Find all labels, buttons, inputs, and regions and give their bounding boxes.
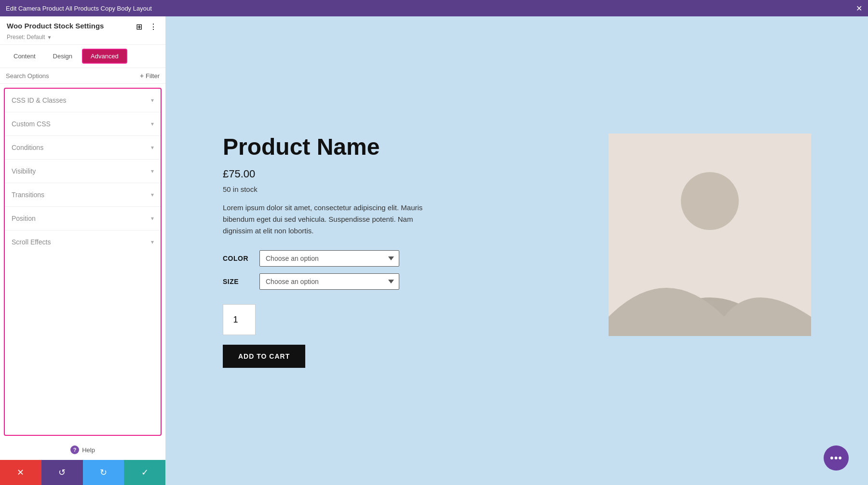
accordion-item-visibility[interactable]: Visibility ▾ (5, 160, 161, 183)
filter-button[interactable]: + Filter (140, 72, 160, 80)
color-select[interactable]: Choose an option (259, 250, 399, 267)
chevron-down-icon-scroll-effects: ▾ (151, 239, 154, 245)
chevron-down-icon-css: ▾ (151, 97, 154, 104)
panel-header-top: Woo Product Stock Settings ⊞ ⋮ (7, 21, 159, 32)
close-icon[interactable]: ✕ (856, 4, 862, 13)
tabs: Content Design Advanced (0, 45, 165, 68)
undo-button[interactable]: ↺ (41, 460, 83, 485)
settings-icon[interactable]: ⋮ (148, 21, 159, 32)
search-input[interactable] (6, 72, 137, 80)
panel-title: Woo Product Stock Settings (7, 22, 104, 30)
help-label: Help (82, 446, 95, 454)
add-to-cart-button[interactable]: ADD TO CART (223, 345, 305, 368)
accordion-label-css-id-classes: CSS ID & Classes (12, 96, 67, 104)
size-option: SIZE Choose an option (223, 273, 580, 290)
accordion-item-custom-css[interactable]: Custom CSS ▾ (5, 112, 161, 136)
size-select[interactable]: Choose an option (259, 273, 399, 290)
top-bar: Edit Camera Product All Products Copy Bo… (0, 0, 868, 16)
accordion-label-custom-css: Custom CSS (12, 120, 51, 128)
add-to-cart-wrapper: ADD TO CART (223, 335, 580, 368)
tab-content[interactable]: Content (6, 49, 43, 64)
product-stock: 50 in stock (223, 185, 580, 193)
accordion-label-transitions: Transitions (12, 191, 44, 199)
panel-preset[interactable]: Preset: Default ▼ (7, 34, 159, 40)
size-label: SIZE (223, 278, 252, 285)
product-price: £75.00 (223, 168, 580, 180)
accordion-item-conditions[interactable]: Conditions ▾ (5, 136, 161, 160)
help-section[interactable]: ? Help (0, 440, 165, 460)
bottom-bar: ✕ ↺ ↻ ✓ (0, 460, 165, 485)
product-image (609, 134, 811, 336)
right-content: Product Name £75.00 50 in stock Lorem ip… (166, 16, 868, 485)
accordion-label-scroll-effects: Scroll Effects (12, 238, 51, 246)
left-panel: Woo Product Stock Settings ⊞ ⋮ Preset: D… (0, 16, 166, 485)
quantity-input[interactable] (223, 304, 256, 335)
chevron-down-icon-position: ▾ (151, 215, 154, 222)
product-description: Lorem ipsum dolor sit amet, consectetur … (223, 202, 425, 237)
panel-header: Woo Product Stock Settings ⊞ ⋮ Preset: D… (0, 16, 165, 45)
filter-label: Filter (146, 72, 160, 80)
accordion-item-transitions[interactable]: Transitions ▾ (5, 183, 161, 207)
search-bar: + Filter (0, 68, 165, 84)
color-option: COLOR Choose an option (223, 250, 580, 267)
accordion-item-scroll-effects[interactable]: Scroll Effects ▾ (5, 230, 161, 254)
filter-plus-icon: + (140, 72, 144, 80)
chevron-down-icon-conditions: ▾ (151, 144, 154, 151)
product-name: Product Name (223, 134, 580, 160)
accordion-item-css-id-classes[interactable]: CSS ID & Classes ▾ (5, 89, 161, 112)
save-button[interactable]: ✓ (124, 460, 165, 485)
accordion-label-conditions: Conditions (12, 144, 43, 151)
panel-header-icons: ⊞ ⋮ (134, 21, 159, 32)
close-button[interactable]: ✕ (0, 460, 41, 485)
svg-point-1 (681, 172, 739, 230)
accordion-item-position[interactable]: Position ▾ (5, 207, 161, 230)
accordion-label-visibility: Visibility (12, 167, 36, 175)
accordion-label-position: Position (12, 215, 36, 222)
accordion-list: CSS ID & Classes ▾ Custom CSS ▾ Conditio… (4, 88, 162, 436)
preset-label: Preset: Default (7, 34, 45, 40)
preset-arrow: ▼ (47, 35, 52, 40)
tab-advanced[interactable]: Advanced (82, 49, 127, 64)
chevron-down-icon-custom-css: ▾ (151, 121, 154, 127)
fab-button[interactable]: ••• (824, 445, 849, 471)
chevron-down-icon-visibility: ▾ (151, 168, 154, 175)
responsive-icon[interactable]: ⊞ (134, 21, 144, 32)
redo-button[interactable]: ↻ (83, 460, 124, 485)
product-card: Product Name £75.00 50 in stock Lorem ip… (203, 114, 830, 387)
chevron-down-icon-transitions: ▾ (151, 191, 154, 198)
help-icon: ? (70, 445, 79, 454)
main-layout: Woo Product Stock Settings ⊞ ⋮ Preset: D… (0, 16, 868, 485)
top-bar-title: Edit Camera Product All Products Copy Bo… (6, 5, 152, 12)
product-info: Product Name £75.00 50 in stock Lorem ip… (223, 134, 580, 368)
color-label: COLOR (223, 255, 252, 262)
tab-design[interactable]: Design (45, 49, 80, 64)
